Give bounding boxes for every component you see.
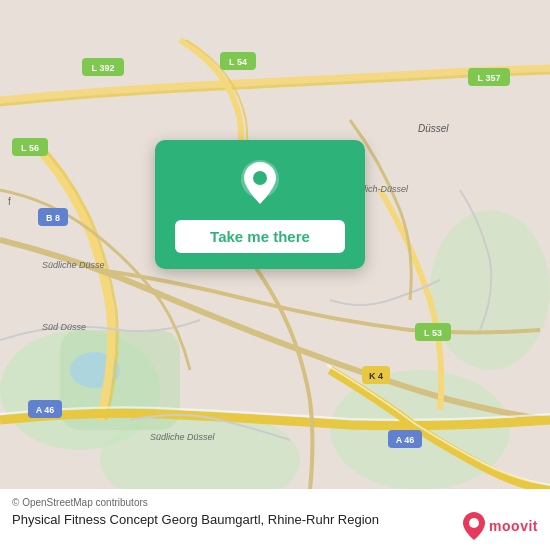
svg-text:A 46: A 46 — [396, 435, 415, 445]
moovit-pin-icon — [463, 512, 485, 540]
moovit-brand-text: moovit — [489, 518, 538, 534]
take-me-there-button[interactable]: Take me there — [175, 220, 345, 253]
svg-text:f: f — [8, 196, 11, 207]
bottom-bar: © OpenStreetMap contributors Physical Fi… — [0, 489, 550, 550]
svg-text:A 46: A 46 — [36, 405, 55, 415]
location-card: Take me there — [155, 140, 365, 269]
copyright-text: © OpenStreetMap contributors — [12, 497, 538, 508]
svg-text:K 4: K 4 — [369, 371, 383, 381]
svg-text:Düssel: Düssel — [418, 123, 449, 134]
svg-point-32 — [253, 171, 267, 185]
svg-text:L 56: L 56 — [21, 143, 39, 153]
moovit-logo: moovit — [463, 512, 538, 540]
map-svg: L 392 L 54 L 357 L 56 B 8 L 53 K 4 A 46 … — [0, 0, 550, 550]
map-container: L 392 L 54 L 357 L 56 B 8 L 53 K 4 A 46 … — [0, 0, 550, 550]
location-name: Physical Fitness Concept Georg Baumgartl… — [12, 512, 379, 527]
svg-text:Südliche Düsse: Südliche Düsse — [42, 260, 105, 270]
svg-text:L 357: L 357 — [478, 73, 501, 83]
svg-text:L 53: L 53 — [424, 328, 442, 338]
svg-text:L 54: L 54 — [229, 57, 247, 67]
svg-text:L 392: L 392 — [92, 63, 115, 73]
svg-point-33 — [469, 518, 479, 528]
location-pin-icon — [234, 158, 286, 210]
svg-text:Südliche Düssel: Südliche Düssel — [150, 432, 216, 442]
svg-text:B 8: B 8 — [46, 213, 60, 223]
svg-text:Süd Düsse: Süd Düsse — [42, 322, 86, 332]
